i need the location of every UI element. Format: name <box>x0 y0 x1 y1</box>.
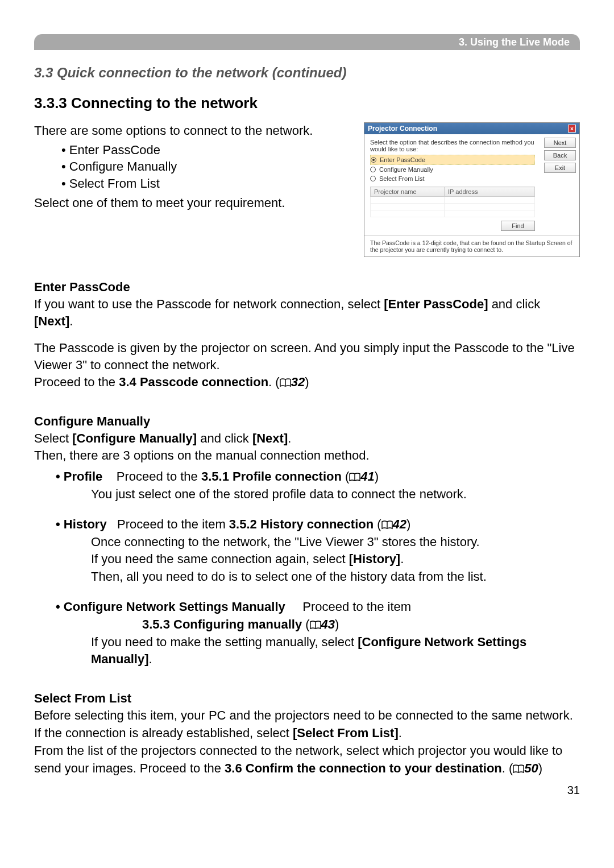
back-button[interactable]: Back <box>544 150 576 160</box>
dialog-description: Select the option that describes the con… <box>370 139 535 152</box>
chapter-header: 3. Using the Live Mode <box>34 34 580 50</box>
radio-icon <box>371 157 376 163</box>
next-button[interactable]: Next <box>544 138 576 148</box>
select-instruction: Select one of them to meet your requirem… <box>34 195 352 212</box>
opt-cnsm-ref: 3.5.3 Configuring manually (43) <box>142 616 580 634</box>
sfl-p3: From the list of the projectors connecte… <box>34 742 580 778</box>
book-icon <box>513 764 524 774</box>
page-number: 31 <box>34 784 580 797</box>
table-row <box>371 210 535 217</box>
radio-icon <box>370 176 376 181</box>
projector-table: Projector name IP address <box>370 187 535 217</box>
sfl-p2: If the connection is already established… <box>34 725 580 742</box>
dialog-titlebar: Projector Connection × <box>364 123 579 134</box>
intro-text: There are some options to connect to the… <box>34 122 352 139</box>
radio-configure-manually[interactable]: Configure Manually <box>370 165 535 174</box>
book-icon <box>310 621 321 630</box>
bullet-configure-manually: • Configure Manually <box>61 158 352 175</box>
configure-l1: Select [Configure Manually] and click [N… <box>34 430 580 448</box>
book-icon <box>381 520 393 530</box>
chapter-title: 3. Using the Live Mode <box>459 36 570 48</box>
radio-label: Select From List <box>379 175 424 182</box>
book-icon <box>280 378 291 387</box>
opt-profile-desc: You just select one of the stored profil… <box>91 486 580 503</box>
col-ip-address: IP address <box>445 187 535 197</box>
configure-manually-heading: Configure Manually <box>34 414 580 429</box>
table-row <box>371 197 535 204</box>
col-projector-name: Projector name <box>371 187 445 197</box>
book-icon <box>349 473 360 482</box>
opt-history-d2: If you need the same connection again, s… <box>91 551 580 568</box>
radio-enter-passcode[interactable]: Enter PassCode <box>370 155 535 165</box>
opt-cnsm-line: • Configure Network Settings Manually Pr… <box>56 598 580 616</box>
find-button[interactable]: Find <box>501 221 535 231</box>
opt-history-d3: Then, all you need to do is to select on… <box>91 568 580 586</box>
opt-history-d1: Once connecting to the network, the "Liv… <box>91 534 580 551</box>
opt-history-line: • History Proceed to the item 3.5.2 Hist… <box>56 516 580 534</box>
projector-connection-dialog: Projector Connection × Select the option… <box>364 122 580 257</box>
sfl-p1: Before selecting this item, your PC and … <box>34 707 580 725</box>
radio-label: Configure Manually <box>379 166 433 173</box>
bullet-enter-passcode: • Enter PassCode <box>61 142 352 159</box>
opt-profile-line: • Profile Proceed to the 3.5.1 Profile c… <box>56 468 580 486</box>
close-icon[interactable]: × <box>568 125 576 133</box>
table-row <box>371 204 535 210</box>
radio-label: Enter PassCode <box>380 156 425 163</box>
select-from-list-heading: Select From List <box>34 691 580 706</box>
section-title: 3.3 Quick connection to the network (con… <box>34 65 580 81</box>
enter-passcode-p2: The Passcode is given by the projector o… <box>34 340 580 373</box>
enter-passcode-ref: Proceed to the 3.4 Passcode connection. … <box>34 374 580 391</box>
enter-passcode-heading: Enter PassCode <box>34 280 580 295</box>
dialog-title-text: Projector Connection <box>368 125 437 133</box>
subsection-title: 3.3.3 Connecting to the network <box>34 94 580 112</box>
exit-button[interactable]: Exit <box>544 163 576 173</box>
enter-passcode-p1: If you want to use the Passcode for netw… <box>34 296 580 329</box>
radio-icon <box>370 167 376 172</box>
radio-select-from-list[interactable]: Select From List <box>370 174 535 183</box>
bullet-select-from-list: • Select From List <box>61 175 352 192</box>
opt-cnsm-desc: If you need to make the setting manually… <box>91 634 580 669</box>
configure-l2: Then, there are 3 options on the manual … <box>34 447 580 465</box>
dialog-footer-note: The PassCode is a 12-digit code, that ca… <box>364 235 579 257</box>
